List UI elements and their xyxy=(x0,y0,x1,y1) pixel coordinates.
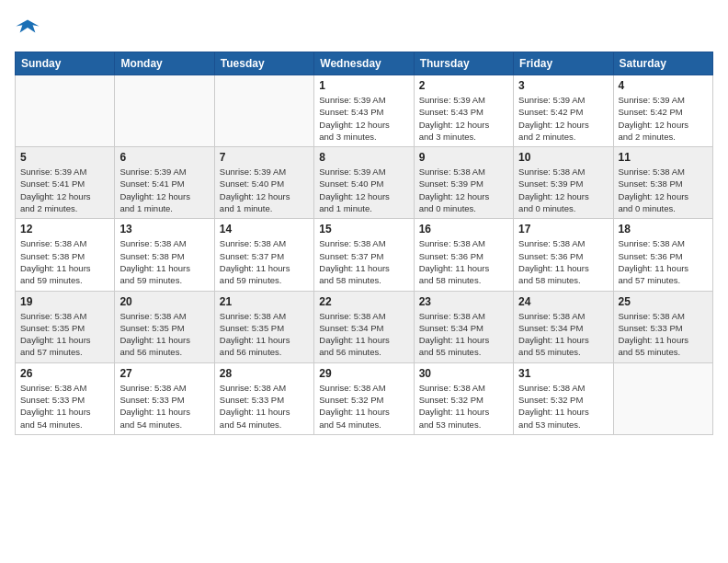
day-info: Sunrise: 5:39 AM Sunset: 5:41 PM Dayligh… xyxy=(119,166,209,214)
day-number: 27 xyxy=(119,367,209,380)
calendar-cell: 7Sunrise: 5:39 AM Sunset: 5:40 PM Daylig… xyxy=(214,147,313,219)
calendar-cell: 28Sunrise: 5:38 AM Sunset: 5:33 PM Dayli… xyxy=(214,362,313,434)
calendar-table: SundayMondayTuesdayWednesdayThursdayFrid… xyxy=(15,52,713,435)
logo-bird-icon xyxy=(15,15,40,40)
day-number: 17 xyxy=(518,223,608,236)
calendar-weekday-header: Friday xyxy=(514,52,613,75)
day-info: Sunrise: 5:38 AM Sunset: 5:34 PM Dayligh… xyxy=(319,310,408,359)
day-info: Sunrise: 5:38 AM Sunset: 5:38 PM Dayligh… xyxy=(20,237,109,286)
svg-marker-0 xyxy=(16,20,39,33)
day-info: Sunrise: 5:38 AM Sunset: 5:36 PM Dayligh… xyxy=(518,237,608,286)
day-number: 8 xyxy=(319,151,408,164)
day-info: Sunrise: 5:39 AM Sunset: 5:42 PM Dayligh… xyxy=(619,94,708,143)
day-info: Sunrise: 5:38 AM Sunset: 5:36 PM Dayligh… xyxy=(419,237,508,286)
day-number: 1 xyxy=(319,79,408,92)
day-info: Sunrise: 5:38 AM Sunset: 5:34 PM Dayligh… xyxy=(419,310,508,359)
day-info: Sunrise: 5:39 AM Sunset: 5:40 PM Dayligh… xyxy=(319,166,408,214)
day-number: 21 xyxy=(220,295,309,308)
calendar-cell: 27Sunrise: 5:38 AM Sunset: 5:33 PM Dayli… xyxy=(115,362,214,434)
day-info: Sunrise: 5:38 AM Sunset: 5:32 PM Dayligh… xyxy=(518,382,608,431)
day-number: 10 xyxy=(518,151,608,164)
calendar-cell: 23Sunrise: 5:38 AM Sunset: 5:34 PM Dayli… xyxy=(414,291,513,362)
day-number: 31 xyxy=(518,367,608,380)
day-info: Sunrise: 5:38 AM Sunset: 5:38 PM Dayligh… xyxy=(619,166,708,214)
calendar-cell: 16Sunrise: 5:38 AM Sunset: 5:36 PM Dayli… xyxy=(414,219,513,291)
day-number: 6 xyxy=(119,151,209,164)
day-info: Sunrise: 5:38 AM Sunset: 5:36 PM Dayligh… xyxy=(619,237,708,286)
calendar-week-row: 5Sunrise: 5:39 AM Sunset: 5:41 PM Daylig… xyxy=(16,147,713,219)
logo xyxy=(15,15,44,40)
calendar-week-row: 1Sunrise: 5:39 AM Sunset: 5:43 PM Daylig… xyxy=(16,75,713,147)
day-info: Sunrise: 5:39 AM Sunset: 5:41 PM Dayligh… xyxy=(20,166,109,214)
calendar-cell: 15Sunrise: 5:38 AM Sunset: 5:37 PM Dayli… xyxy=(314,219,414,291)
day-number: 23 xyxy=(419,295,508,308)
day-number: 16 xyxy=(419,223,508,236)
day-info: Sunrise: 5:38 AM Sunset: 5:34 PM Dayligh… xyxy=(518,310,608,359)
day-number: 11 xyxy=(619,151,708,164)
day-info: Sunrise: 5:39 AM Sunset: 5:43 PM Dayligh… xyxy=(319,94,408,143)
day-info: Sunrise: 5:38 AM Sunset: 5:38 PM Dayligh… xyxy=(119,237,209,286)
calendar-cell: 10Sunrise: 5:38 AM Sunset: 5:39 PM Dayli… xyxy=(514,147,613,219)
day-number: 9 xyxy=(419,151,508,164)
calendar-week-row: 12Sunrise: 5:38 AM Sunset: 5:38 PM Dayli… xyxy=(16,219,713,291)
calendar-cell: 17Sunrise: 5:38 AM Sunset: 5:36 PM Dayli… xyxy=(514,219,613,291)
calendar-cell: 30Sunrise: 5:38 AM Sunset: 5:32 PM Dayli… xyxy=(414,362,513,434)
day-number: 30 xyxy=(419,367,508,380)
calendar-cell: 24Sunrise: 5:38 AM Sunset: 5:34 PM Dayli… xyxy=(514,291,613,362)
day-number: 3 xyxy=(518,79,608,92)
day-info: Sunrise: 5:38 AM Sunset: 5:39 PM Dayligh… xyxy=(419,166,508,214)
day-number: 13 xyxy=(119,223,209,236)
day-number: 18 xyxy=(619,223,708,236)
calendar-cell xyxy=(613,362,712,434)
calendar-weekday-header: Thursday xyxy=(414,52,513,75)
day-number: 15 xyxy=(319,223,408,236)
day-info: Sunrise: 5:38 AM Sunset: 5:35 PM Dayligh… xyxy=(20,310,109,359)
calendar-cell: 21Sunrise: 5:38 AM Sunset: 5:35 PM Dayli… xyxy=(214,291,313,362)
calendar-cell: 3Sunrise: 5:39 AM Sunset: 5:42 PM Daylig… xyxy=(514,75,613,147)
day-info: Sunrise: 5:38 AM Sunset: 5:39 PM Dayligh… xyxy=(518,166,608,214)
calendar-cell: 20Sunrise: 5:38 AM Sunset: 5:35 PM Dayli… xyxy=(115,291,214,362)
calendar-cell: 14Sunrise: 5:38 AM Sunset: 5:37 PM Dayli… xyxy=(214,219,313,291)
day-info: Sunrise: 5:38 AM Sunset: 5:33 PM Dayligh… xyxy=(619,310,708,359)
calendar-cell: 8Sunrise: 5:39 AM Sunset: 5:40 PM Daylig… xyxy=(314,147,414,219)
calendar-weekday-header: Wednesday xyxy=(314,52,414,75)
day-info: Sunrise: 5:39 AM Sunset: 5:43 PM Dayligh… xyxy=(419,94,508,143)
calendar-cell: 22Sunrise: 5:38 AM Sunset: 5:34 PM Dayli… xyxy=(314,291,414,362)
calendar-week-row: 26Sunrise: 5:38 AM Sunset: 5:33 PM Dayli… xyxy=(16,362,713,434)
calendar-cell: 29Sunrise: 5:38 AM Sunset: 5:32 PM Dayli… xyxy=(314,362,414,434)
calendar-cell: 31Sunrise: 5:38 AM Sunset: 5:32 PM Dayli… xyxy=(514,362,613,434)
day-number: 4 xyxy=(619,79,708,92)
day-number: 19 xyxy=(20,295,109,308)
calendar-weekday-header: Saturday xyxy=(613,52,712,75)
calendar-cell: 11Sunrise: 5:38 AM Sunset: 5:38 PM Dayli… xyxy=(613,147,712,219)
day-info: Sunrise: 5:38 AM Sunset: 5:33 PM Dayligh… xyxy=(119,382,209,431)
calendar-weekday-header: Monday xyxy=(115,52,214,75)
day-info: Sunrise: 5:38 AM Sunset: 5:35 PM Dayligh… xyxy=(220,310,309,359)
day-info: Sunrise: 5:39 AM Sunset: 5:42 PM Dayligh… xyxy=(518,94,608,143)
calendar-header-row: SundayMondayTuesdayWednesdayThursdayFrid… xyxy=(16,52,713,75)
calendar-cell xyxy=(214,75,313,147)
calendar-cell: 25Sunrise: 5:38 AM Sunset: 5:33 PM Dayli… xyxy=(613,291,712,362)
day-number: 29 xyxy=(319,367,408,380)
day-number: 12 xyxy=(20,223,109,236)
day-number: 28 xyxy=(220,367,309,380)
day-info: Sunrise: 5:38 AM Sunset: 5:37 PM Dayligh… xyxy=(220,237,309,286)
calendar-weekday-header: Sunday xyxy=(16,52,115,75)
day-info: Sunrise: 5:38 AM Sunset: 5:35 PM Dayligh… xyxy=(119,310,209,359)
calendar-cell: 2Sunrise: 5:39 AM Sunset: 5:43 PM Daylig… xyxy=(414,75,513,147)
day-number: 20 xyxy=(119,295,209,308)
calendar-cell: 5Sunrise: 5:39 AM Sunset: 5:41 PM Daylig… xyxy=(16,147,115,219)
calendar-cell: 26Sunrise: 5:38 AM Sunset: 5:33 PM Dayli… xyxy=(16,362,115,434)
calendar-cell: 1Sunrise: 5:39 AM Sunset: 5:43 PM Daylig… xyxy=(314,75,414,147)
calendar-cell: 6Sunrise: 5:39 AM Sunset: 5:41 PM Daylig… xyxy=(115,147,214,219)
day-info: Sunrise: 5:38 AM Sunset: 5:37 PM Dayligh… xyxy=(319,237,408,286)
day-info: Sunrise: 5:38 AM Sunset: 5:32 PM Dayligh… xyxy=(419,382,508,431)
page-header xyxy=(15,15,713,40)
day-number: 25 xyxy=(619,295,708,308)
day-number: 14 xyxy=(220,223,309,236)
day-number: 2 xyxy=(419,79,508,92)
calendar-cell xyxy=(115,75,214,147)
calendar-week-row: 19Sunrise: 5:38 AM Sunset: 5:35 PM Dayli… xyxy=(16,291,713,362)
calendar-weekday-header: Tuesday xyxy=(214,52,313,75)
calendar-cell: 4Sunrise: 5:39 AM Sunset: 5:42 PM Daylig… xyxy=(613,75,712,147)
